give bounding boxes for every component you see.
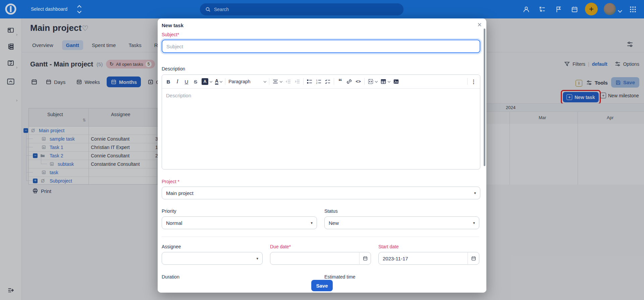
user-icon[interactable] <box>523 6 530 13</box>
more-options-button[interactable]: ⋮ <box>471 77 477 86</box>
flag-icon[interactable] <box>555 6 562 13</box>
top-navigation-bar: Select dashboard Search + <box>0 0 644 18</box>
app-logo-icon[interactable] <box>5 3 17 15</box>
bulleted-list-button[interactable] <box>307 77 313 86</box>
start-date-label: Start date <box>378 244 399 249</box>
due-date-field <box>270 252 371 265</box>
italic-button[interactable]: I <box>174 77 180 86</box>
dashboard-selector-chevrons-icon[interactable] <box>78 6 81 13</box>
dropdown-arrow-icon: ▾ <box>256 256 258 261</box>
project-select[interactable]: Main project ▾ <box>162 187 480 199</box>
font-color-button[interactable]: A <box>215 77 222 86</box>
screen: Select dashboard Search + <box>0 0 644 300</box>
subject-input[interactable] <box>162 40 480 53</box>
save-button[interactable]: Save <box>311 280 332 291</box>
dropdown-arrow-icon: ▾ <box>474 191 476 195</box>
status-label: Status <box>324 208 338 214</box>
calendar-picker-icon[interactable] <box>468 252 479 265</box>
priority-select[interactable]: Normal ▾ <box>162 216 317 229</box>
close-icon[interactable]: × <box>477 20 482 29</box>
numbered-list-button[interactable]: 12 <box>316 77 322 86</box>
priority-label: Priority <box>162 208 176 214</box>
plus-icon: + <box>589 4 594 14</box>
calendar-picker-icon[interactable] <box>359 252 371 265</box>
dropdown-arrow-icon: ▾ <box>473 221 475 225</box>
bold-button[interactable]: B <box>165 77 171 86</box>
description-editor: B I U S A A Paragraph 12 “ <> <box>162 74 480 169</box>
outdent-button[interactable] <box>285 77 291 86</box>
avatar-chevron-down-icon[interactable] <box>619 7 622 13</box>
apps-grid-icon[interactable] <box>629 6 637 13</box>
code-block-button[interactable] <box>368 77 377 86</box>
underline-button[interactable]: U <box>183 77 190 86</box>
editor-toolbar: B I U S A A Paragraph 12 “ <> <box>162 75 480 89</box>
start-date-input[interactable] <box>378 252 479 265</box>
todo-list-button[interactable] <box>325 77 331 86</box>
assignee-select[interactable]: ▾ <box>162 252 263 265</box>
search-icon <box>205 7 211 12</box>
insert-image-button[interactable] <box>393 77 399 86</box>
due-date-input[interactable] <box>270 252 371 265</box>
block-quote-button[interactable]: “ <box>337 77 343 86</box>
calendar-icon[interactable] <box>571 6 578 13</box>
modal-footer: Save <box>158 279 486 293</box>
assignee-label: Assignee <box>162 244 181 249</box>
strikethrough-button[interactable]: S <box>193 77 199 86</box>
user-avatar[interactable] <box>604 3 616 15</box>
new-task-modal: New task × Subject* Description B I U S … <box>158 18 486 293</box>
global-add-button[interactable]: + <box>585 3 598 15</box>
svg-text:1: 1 <box>316 79 318 82</box>
due-date-label: Due date* <box>270 244 291 249</box>
modal-title: New task <box>162 22 183 28</box>
insert-table-button[interactable] <box>380 77 390 86</box>
status-select[interactable]: New ▾ <box>324 216 479 229</box>
indent-button[interactable] <box>294 77 300 86</box>
meetings-agenda-icon[interactable] <box>539 6 546 13</box>
description-label: Description <box>162 66 185 71</box>
svg-text:2: 2 <box>316 82 318 84</box>
search-placeholder: Search <box>214 7 229 12</box>
estimated-time-label: Estimated time <box>324 274 356 280</box>
start-date-field <box>378 252 479 265</box>
align-button[interactable] <box>272 77 282 86</box>
project-label: Project * <box>162 179 179 184</box>
search-input[interactable]: Search <box>200 3 404 15</box>
modal-scrollbar[interactable] <box>484 29 485 166</box>
dropdown-arrow-icon: ▾ <box>311 221 313 225</box>
link-button[interactable] <box>346 77 352 86</box>
description-placeholder: Description <box>166 93 191 98</box>
inline-code-button[interactable]: <> <box>355 77 361 86</box>
subject-label: Subject* <box>162 32 179 37</box>
duration-label: Duration <box>162 274 179 280</box>
dashboard-selector[interactable]: Select dashboard <box>31 6 67 12</box>
highlight-button[interactable]: A <box>202 77 212 86</box>
description-editor-body[interactable]: Description <box>162 89 480 102</box>
paragraph-dropdown[interactable]: Paragraph <box>228 77 266 86</box>
